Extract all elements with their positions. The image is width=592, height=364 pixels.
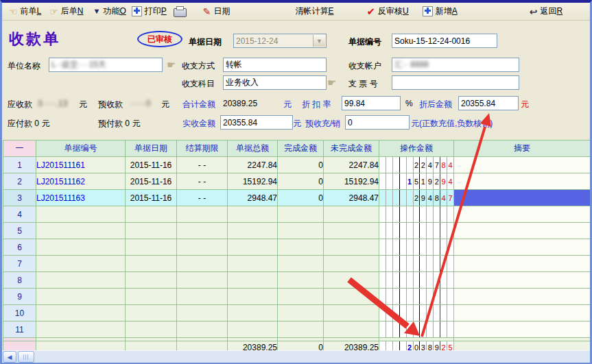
cell-done-amount[interactable] <box>278 305 324 321</box>
toolbar-function-button[interactable]: ▼ 功能O <box>93 5 126 17</box>
grid-header-doc-no[interactable]: 单据编号 <box>36 141 126 157</box>
cell-doc-no[interactable] <box>36 239 126 256</box>
cell-doc-total[interactable]: 2247.84 <box>228 157 278 173</box>
cell-operation-amount[interactable]: 294847 <box>379 190 454 206</box>
cheque-no-input[interactable] <box>392 75 519 90</box>
cell-undone-amount[interactable]: 2948.47 <box>324 190 379 206</box>
pay-subject-input[interactable]: 业务收入 <box>223 75 327 90</box>
cell-doc-no[interactable] <box>36 305 126 321</box>
cell-memo[interactable] <box>454 157 591 173</box>
cell-operation-amount[interactable] <box>379 223 454 239</box>
toolbar-unaudit-button[interactable]: ✔ 反审核U <box>366 5 408 17</box>
cell-memo[interactable] <box>454 206 591 223</box>
grid-header-total[interactable]: 单据总额 <box>228 141 278 157</box>
cell-memo[interactable] <box>454 223 591 239</box>
cell-doc-no[interactable]: LJ201511161 <box>36 157 126 173</box>
toolbar-print-button[interactable]: 打印P <box>132 5 167 17</box>
cell-memo[interactable] <box>454 190 591 206</box>
cell-done-amount[interactable] <box>278 289 324 305</box>
cell-undone-amount[interactable] <box>324 272 379 289</box>
grid-header-date[interactable]: 单据日期 <box>126 141 177 157</box>
cell-doc-no[interactable] <box>36 223 126 239</box>
cell-doc-date[interactable] <box>126 223 177 239</box>
cell-doc-date[interactable]: 2015-11-16 <box>126 157 177 173</box>
cell-done-amount[interactable] <box>278 256 324 272</box>
cell-operation-amount[interactable] <box>379 321 454 338</box>
toolbar-new-button[interactable]: 新增A <box>423 5 458 17</box>
cell-doc-date[interactable]: 2015-11-16 <box>126 173 177 190</box>
discount-rate-input[interactable]: 99.84 <box>342 96 401 110</box>
cell-operation-amount[interactable]: 1519294 <box>379 173 454 190</box>
cell-done-amount[interactable]: 0 <box>278 157 324 173</box>
cell-done-amount[interactable]: 0 <box>278 173 324 190</box>
cell-undone-amount[interactable] <box>324 289 379 305</box>
cell-memo[interactable] <box>454 256 591 272</box>
cell-doc-no[interactable] <box>36 206 126 223</box>
doc-no-input[interactable]: Soku-15-12-24-0016 <box>392 34 497 48</box>
cell-done-amount[interactable] <box>278 223 324 239</box>
cell-undone-amount[interactable] <box>324 305 379 321</box>
cell-settle-term[interactable] <box>177 272 228 289</box>
cell-operation-amount[interactable] <box>379 272 454 289</box>
cell-doc-total[interactable]: 15192.94 <box>228 173 278 190</box>
cell-doc-no[interactable] <box>36 321 126 338</box>
cell-operation-amount[interactable] <box>379 256 454 272</box>
cell-doc-date[interactable] <box>126 289 177 305</box>
cell-done-amount[interactable] <box>278 321 324 338</box>
cell-settle-term[interactable] <box>177 223 228 239</box>
cell-done-amount[interactable] <box>278 206 324 223</box>
cell-undone-amount[interactable] <box>324 206 379 223</box>
chevron-down-icon[interactable]: ▼ <box>313 35 325 47</box>
scroll-left-button[interactable]: ◀ <box>3 351 16 363</box>
cell-done-amount[interactable] <box>278 272 324 289</box>
toolbar-prev-button[interactable]: ☜ 前单L <box>9 5 41 17</box>
cell-undone-amount[interactable]: 15192.94 <box>324 173 379 190</box>
doc-date-combobox[interactable]: 2015-12-24 ▼ <box>233 34 327 48</box>
cell-settle-term[interactable]: - - <box>177 173 228 190</box>
cell-memo[interactable] <box>454 321 591 338</box>
cell-settle-term[interactable]: - - <box>177 190 228 206</box>
cell-undone-amount[interactable] <box>324 239 379 256</box>
cell-done-amount[interactable]: 0 <box>278 190 324 206</box>
cell-settle-term[interactable] <box>177 289 228 305</box>
cell-undone-amount[interactable]: 2247.84 <box>324 157 379 173</box>
cell-doc-total[interactable] <box>228 289 278 305</box>
cell-doc-date[interactable] <box>126 256 177 272</box>
cell-memo[interactable] <box>454 305 591 321</box>
cell-settle-term[interactable]: - - <box>177 157 228 173</box>
cell-doc-date[interactable] <box>126 272 177 289</box>
cell-settle-term[interactable] <box>177 239 228 256</box>
pay-account-input[interactable]: 汇·· 8888 <box>392 58 519 72</box>
cell-undone-amount[interactable] <box>324 321 379 338</box>
cell-memo[interactable] <box>454 239 591 256</box>
scrollbar-thumb[interactable] <box>18 351 34 363</box>
toolbar-printer-button[interactable] <box>174 5 187 17</box>
grid-header-undone[interactable]: 未完成金额 <box>324 141 379 157</box>
cell-doc-total[interactable] <box>228 239 278 256</box>
cell-operation-amount[interactable]: 224784 <box>379 157 454 173</box>
cell-operation-amount[interactable] <box>379 305 454 321</box>
toolbar-date-button[interactable]: ✎ 日期 <box>203 5 230 17</box>
cell-doc-date[interactable] <box>126 239 177 256</box>
cell-settle-term[interactable] <box>177 305 228 321</box>
cell-operation-amount[interactable] <box>379 239 454 256</box>
cell-doc-total[interactable] <box>228 272 278 289</box>
cell-memo[interactable] <box>454 173 591 190</box>
cell-doc-total[interactable] <box>228 223 278 239</box>
recharge-input[interactable]: 0 <box>345 115 410 130</box>
pay-method-input[interactable]: 转帐 <box>223 58 327 72</box>
cell-memo[interactable] <box>454 272 591 289</box>
toolbar-next-button[interactable]: ☞ 后单N <box>49 5 83 17</box>
cell-doc-total[interactable] <box>228 321 278 338</box>
grid-header-op-amount[interactable]: 操作金额 <box>379 141 454 157</box>
grid-header-term[interactable]: 结算期限 <box>177 141 228 157</box>
grid-header-memo[interactable]: 摘要 <box>454 141 591 157</box>
toolbar-return-button[interactable]: ↩ 返回R <box>530 5 563 17</box>
cell-settle-term[interactable] <box>177 206 228 223</box>
cell-doc-date[interactable]: 2015-11-16 <box>126 190 177 206</box>
toolbar-clear-calc-button[interactable]: 清帐计算E <box>295 5 333 17</box>
cell-doc-no[interactable] <box>36 272 126 289</box>
cell-doc-date[interactable] <box>126 206 177 223</box>
cell-memo[interactable] <box>454 289 591 305</box>
horizontal-scrollbar[interactable]: ◀ <box>2 350 590 363</box>
